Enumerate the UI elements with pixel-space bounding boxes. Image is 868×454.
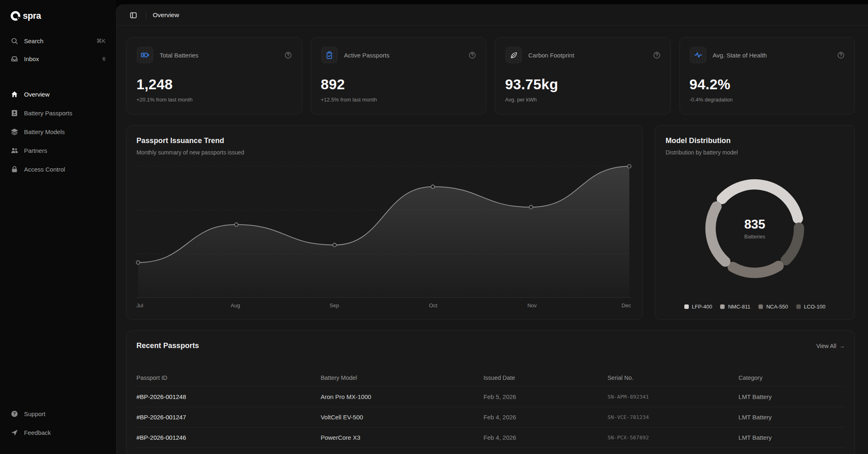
- x-tick: Jul: [136, 302, 143, 309]
- view-all-link[interactable]: View All →: [816, 343, 845, 349]
- x-tick: Nov: [527, 302, 537, 309]
- legend-item: LCO-100: [796, 304, 826, 310]
- cell-passport-id: #BP-2026-001247: [136, 414, 321, 421]
- nav-label: Access Control: [24, 166, 65, 173]
- inbox-label: Inbox: [24, 55, 39, 62]
- lock-icon: [11, 165, 18, 173]
- sidebar-item-search[interactable]: Search ⌘K: [9, 34, 107, 47]
- trend-chart-svg: [136, 163, 631, 298]
- stat-cards-row: Total Batteries 1,248 +20.1% from last m…: [126, 37, 855, 115]
- stat-subtext: +12.5% from last month: [321, 97, 477, 103]
- table-row[interactable]: #BP-2026-001247 VoltCell EV-500 Feb 4, 2…: [136, 407, 845, 427]
- cell-category: LMT Battery: [738, 434, 845, 441]
- support-label: Support: [24, 410, 46, 417]
- stat-card-carbon-footprint: Carbon Footprint 93.75kg Avg. per kWh: [495, 37, 671, 115]
- column-header: Serial No.: [607, 375, 738, 381]
- x-tick: Dec: [622, 302, 631, 309]
- nav-label: Battery Models: [24, 128, 65, 135]
- cell-issued-date: Feb 4, 2026: [483, 414, 607, 421]
- stat-value: 94.2%: [690, 76, 845, 93]
- trend-title: Passport Issuance Trend: [136, 137, 631, 145]
- x-tick: Sep: [330, 302, 339, 309]
- legend-swatch: [758, 304, 763, 309]
- table-title: Recent Passports: [136, 342, 199, 350]
- leaf-icon: [505, 46, 522, 64]
- trend-chart-card: Passport Issuance Trend Monthly summary …: [126, 125, 643, 320]
- cell-serial-no: SN-APM-892341: [607, 394, 738, 400]
- help-icon[interactable]: [468, 51, 476, 59]
- sidebar-footer: ? Support Feedback: [9, 407, 107, 444]
- stat-label: Total Batteries: [160, 52, 198, 59]
- cell-battery-model: PowerCore X3: [321, 434, 483, 441]
- sidebar-item-inbox[interactable]: Inbox 6: [9, 52, 107, 65]
- table-row[interactable]: #BP-2026-001246 PowerCore X3 Feb 4, 2026…: [136, 428, 845, 447]
- users-icon: [11, 147, 18, 154]
- cell-serial-no: SN-VCE-781234: [607, 414, 738, 420]
- cell-category: LMT Battery: [738, 393, 845, 400]
- sidebar-item-feedback[interactable]: Feedback: [9, 425, 107, 439]
- donut-legend: LFP-400 NMC-811 NCA-550 LCO-100: [666, 301, 844, 311]
- arrow-right-icon: →: [839, 343, 845, 349]
- stat-label: Carbon Footprint: [528, 52, 574, 59]
- stat-card-avg-state-of-health: Avg. State of Health 94.2% -0.4% degrada…: [679, 37, 855, 115]
- legend-swatch: [684, 304, 689, 309]
- x-tick: Oct: [429, 302, 437, 309]
- sidebar-item-overview[interactable]: Overview: [9, 87, 107, 101]
- donut-chart: 835 Batteries: [666, 156, 844, 301]
- inbox-icon: [11, 55, 18, 63]
- table-header-row: Passport ID Battery Model Issued Date Se…: [136, 369, 845, 386]
- column-header: Battery Model: [321, 375, 483, 381]
- sidebar-nav: Overview Battery Passports Battery Model…: [9, 87, 107, 181]
- cell-battery-model: Aron Pro MX-1000: [321, 393, 483, 400]
- stat-value: 1,248: [136, 76, 292, 93]
- trend-subtitle: Monthly summary of new passports issued: [136, 149, 631, 156]
- cell-battery-model: VoltCell EV-500: [321, 414, 483, 421]
- sidebar-toggle-button[interactable]: [127, 9, 139, 21]
- stat-value: 892: [321, 76, 477, 93]
- cell-issued-date: Feb 5, 2026: [483, 393, 607, 400]
- sidebar-item-access-control[interactable]: Access Control: [9, 162, 107, 176]
- stat-card-total-batteries: Total Batteries 1,248 +20.1% from last m…: [126, 37, 302, 115]
- sidebar-item-battery-models[interactable]: Battery Models: [9, 125, 107, 139]
- nav-label: Partners: [24, 147, 47, 154]
- page-title: Overview: [153, 11, 179, 19]
- sidebar-item-partners[interactable]: Partners: [9, 143, 107, 157]
- column-header: Category: [738, 375, 845, 381]
- column-header: Passport ID: [136, 375, 321, 381]
- legend-label: NMC-811: [728, 304, 750, 310]
- main-panel: Overview Total Batteries: [116, 4, 868, 454]
- clipboard-check-icon: [321, 46, 338, 64]
- cell-category: LMT Battery: [738, 414, 845, 421]
- trend-x-axis: Jul Aug Sep Oct Nov Dec: [136, 302, 631, 311]
- brand-logo-icon: [10, 10, 22, 22]
- recent-passports-card: Recent Passports View All → Passport ID …: [126, 331, 855, 454]
- topbar: Overview: [116, 5, 868, 26]
- stat-value: 93.75kg: [505, 76, 661, 93]
- donut-total: 835: [744, 217, 765, 232]
- inbox-badge: 6: [102, 56, 105, 62]
- sidebar-item-battery-passports[interactable]: Battery Passports: [9, 106, 107, 120]
- brand-name: spra: [23, 11, 41, 21]
- brand-logo[interactable]: spra: [9, 10, 107, 22]
- help-icon[interactable]: [284, 51, 292, 59]
- legend-label: LCO-100: [804, 304, 826, 310]
- trend-plot: [136, 163, 631, 298]
- nav-label: Overview: [24, 91, 50, 98]
- cell-serial-no: SN-PCX-567892: [607, 434, 738, 441]
- svg-text:?: ?: [13, 412, 15, 416]
- help-icon[interactable]: [653, 51, 661, 59]
- cell-issued-date: Feb 4, 2026: [483, 434, 607, 441]
- stat-label: Active Passports: [344, 52, 390, 59]
- table-row[interactable]: #BP-2026-001248 Aron Pro MX-1000 Feb 5, …: [136, 387, 845, 407]
- distribution-subtitle: Distribution by battery model: [666, 149, 844, 156]
- cell-passport-id: #BP-2026-001248: [136, 393, 321, 400]
- sidebar-item-support[interactable]: ? Support: [9, 407, 107, 421]
- cell-passport-id: #BP-2026-001246: [136, 434, 321, 441]
- search-icon: [11, 37, 18, 45]
- sidebar: spra Search ⌘K Inbox 6 Overview: [0, 0, 116, 454]
- legend-item: NCA-550: [758, 304, 788, 310]
- legend-swatch: [720, 304, 725, 309]
- stat-subtext: +20.1% from last month: [136, 97, 292, 103]
- help-icon[interactable]: [837, 51, 845, 59]
- donut-caption: Batteries: [744, 234, 765, 240]
